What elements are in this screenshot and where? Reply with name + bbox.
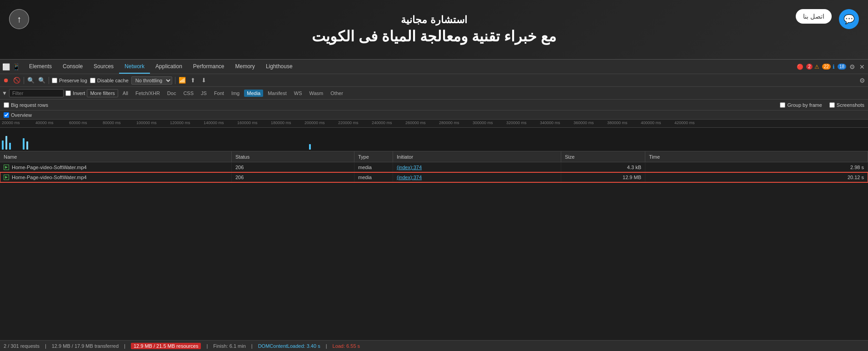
invert-input[interactable]	[65, 90, 71, 96]
overview-check[interactable]: Overview	[4, 112, 32, 118]
filter-input[interactable]	[9, 89, 64, 97]
preserve-log-input[interactable]	[52, 78, 57, 83]
info-badge: ℹ	[833, 64, 835, 70]
website-headline-2: مع خبراء تقنية ومعالجة المياة فى الكويت	[312, 28, 556, 45]
table-header: Name Status Type Initiator Size Time	[0, 151, 868, 162]
load-info: Load: 6.55 s	[333, 343, 360, 349]
filter-ws[interactable]: WS	[291, 90, 305, 97]
toolbar-divider-3	[175, 77, 175, 84]
filter-icon[interactable]: 🔍	[27, 76, 35, 85]
td-initiator-0[interactable]: (index):374	[393, 162, 561, 172]
filter-doc[interactable]: Doc	[165, 90, 179, 97]
overview-input[interactable]	[4, 112, 9, 118]
overview-row: Overview	[0, 110, 868, 120]
timeline-area[interactable]: 20000 ms 40000 ms 60000 ms 80000 ms 1000…	[0, 120, 868, 151]
invert-checkbox[interactable]: Invert	[65, 90, 85, 96]
filter-js[interactable]: JS	[198, 90, 210, 97]
filter-row: ▼ Invert More filters All Fetch/XHR Doc …	[0, 87, 868, 100]
screenshots-input[interactable]	[829, 102, 835, 108]
initiator-link-1[interactable]: (index):374	[397, 175, 422, 180]
filter-img[interactable]: Img	[229, 90, 242, 97]
more-filters-button[interactable]: More filters	[87, 89, 118, 97]
big-request-rows-label: Big request rows	[11, 102, 48, 108]
tab-sources[interactable]: Sources	[88, 60, 119, 74]
timeline-bar-0	[2, 140, 4, 150]
screenshots-check[interactable]: Screenshots	[829, 102, 864, 108]
separator-4: |	[251, 343, 253, 349]
th-type[interactable]: Type	[354, 151, 393, 162]
resources-info: 12.9 MB / 21.5 MB resources	[131, 343, 201, 349]
big-request-rows-check[interactable]: Big request rows	[4, 102, 48, 108]
throttle-select[interactable]: No throttling	[131, 76, 172, 85]
tab-lighthouse[interactable]: Lighthouse	[260, 60, 298, 74]
th-time[interactable]: Time	[645, 151, 868, 162]
network-table[interactable]: Name Status Type Initiator Size Time ▶ H…	[0, 151, 868, 351]
tab-network[interactable]: Network	[119, 60, 150, 74]
download-icon[interactable]: ⬇	[200, 76, 208, 85]
filter-fetch-xhr[interactable]: Fetch/XHR	[133, 90, 163, 97]
file-icon-0: ▶	[4, 165, 9, 170]
tab-console[interactable]: Console	[57, 60, 88, 74]
table-row-0[interactable]: ▶ Home-Page-video-SoftWater.mp4 206 medi…	[0, 162, 868, 172]
ruler-tick-3: 80000 ms	[103, 120, 121, 125]
preserve-log-label: Preserve log	[59, 78, 87, 83]
disable-cache-checkbox[interactable]: Disable cache	[90, 78, 129, 83]
tab-performance[interactable]: Performance	[188, 60, 230, 74]
timeline-bar-3	[23, 138, 25, 150]
filter-manifest[interactable]: Manifest	[265, 90, 289, 97]
group-by-frame-check[interactable]: Group by frame	[780, 102, 822, 108]
settings-gear-icon[interactable]: ⚙	[858, 76, 866, 85]
upload-icon[interactable]: ⬆	[189, 76, 197, 85]
tab-elements[interactable]: Elements	[24, 60, 57, 74]
ruler-tick-7: 160000 ms	[237, 120, 258, 125]
td-type-0: media	[354, 162, 393, 172]
toolbar-divider-1	[24, 77, 24, 84]
table-row-1[interactable]: ▶ Home-Page-video-SoftWater.mp4 206 medi…	[0, 172, 868, 182]
wifi-icon[interactable]: 📶	[178, 76, 186, 85]
ruler-tick-5: 120000 ms	[170, 120, 190, 125]
chat-button[interactable]: 💬	[839, 9, 859, 29]
initiator-link-0[interactable]: (index):374	[397, 165, 422, 170]
th-initiator[interactable]: Initiator	[393, 151, 561, 162]
ruler-tick-10: 220000 ms	[338, 120, 359, 125]
warning-count: 22	[822, 64, 831, 70]
ruler-tick-13: 280000 ms	[439, 120, 459, 125]
close-icon[interactable]: ✕	[858, 63, 866, 71]
domcontent-info: DOMContentLoaded: 3.40 s	[258, 343, 320, 349]
th-name[interactable]: Name	[0, 151, 232, 162]
status-bar: 2 / 301 requests | 12.9 MB / 17.9 MB tra…	[0, 340, 868, 351]
filter-wasm[interactable]: Wasm	[307, 90, 326, 97]
separator-2: |	[124, 343, 125, 349]
record-button[interactable]: ⏺	[2, 76, 10, 85]
settings-icon[interactable]: ⚙	[848, 63, 856, 71]
filter-other[interactable]: Other	[328, 90, 346, 97]
inspect-icon[interactable]: ⬜	[2, 63, 10, 71]
filter-funnel-icon: ▼	[2, 90, 7, 96]
group-by-frame-input[interactable]	[780, 102, 785, 108]
filter-media[interactable]: Media	[244, 90, 263, 97]
td-status-1: 206	[232, 172, 354, 182]
contact-button[interactable]: اتصل بنا	[796, 9, 832, 24]
filter-css[interactable]: CSS	[180, 90, 196, 97]
scroll-up-button[interactable]: ↑	[9, 9, 29, 29]
search-button[interactable]: 🔍	[38, 76, 46, 85]
clear-button[interactable]: 🚫	[13, 76, 21, 85]
big-request-rows-input[interactable]	[4, 102, 9, 108]
tab-application[interactable]: Application	[150, 60, 188, 74]
disable-cache-input[interactable]	[90, 78, 95, 83]
td-name-0: ▶ Home-Page-video-SoftWater.mp4	[0, 162, 232, 172]
filter-all[interactable]: All	[120, 90, 131, 97]
disable-cache-label: Disable cache	[97, 78, 129, 83]
timeline-ruler: 20000 ms 40000 ms 60000 ms 80000 ms 1000…	[0, 120, 868, 128]
separator-3: |	[206, 343, 208, 349]
tab-memory[interactable]: Memory	[230, 60, 260, 74]
preserve-log-checkbox[interactable]: Preserve log	[52, 78, 87, 83]
timeline-bar-1	[5, 136, 7, 150]
td-time-0: 2.98 s	[645, 162, 868, 172]
invert-label: Invert	[73, 90, 85, 96]
td-initiator-1[interactable]: (index):374	[393, 172, 561, 182]
th-size[interactable]: Size	[561, 151, 645, 162]
th-status[interactable]: Status	[232, 151, 354, 162]
filter-font[interactable]: Font	[211, 90, 227, 97]
device-icon[interactable]: 📱	[12, 63, 20, 71]
